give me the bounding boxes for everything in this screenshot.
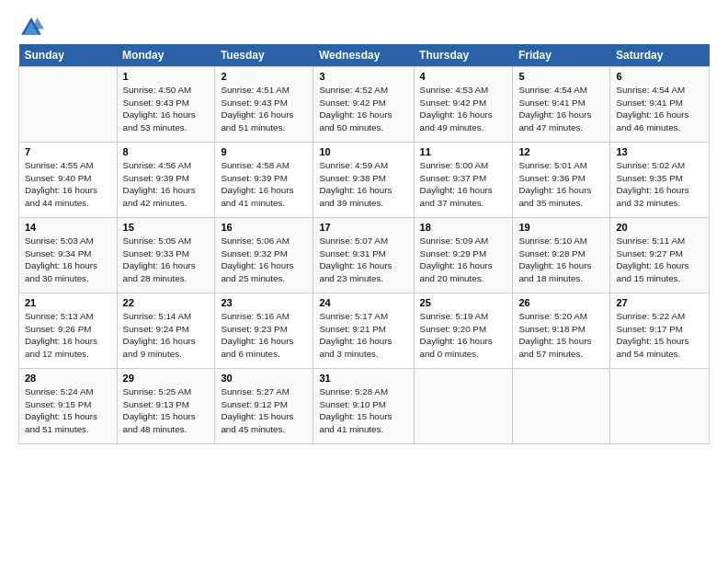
calendar-cell: 5Sunrise: 4:54 AM Sunset: 9:41 PM Daylig…	[513, 67, 610, 143]
calendar-cell: 18Sunrise: 5:09 AM Sunset: 9:29 PM Dayli…	[414, 218, 513, 293]
weekday-header: Monday	[117, 44, 215, 67]
day-number: 10	[319, 146, 407, 157]
day-number: 7	[25, 146, 111, 157]
day-number: 5	[518, 71, 604, 82]
calendar-cell	[414, 369, 513, 444]
day-info: Sunrise: 4:54 AM Sunset: 9:41 PM Dayligh…	[616, 84, 703, 134]
day-number: 13	[616, 146, 703, 157]
calendar-cell: 2Sunrise: 4:51 AM Sunset: 9:43 PM Daylig…	[215, 67, 313, 143]
day-number: 11	[420, 146, 507, 157]
weekday-header: Friday	[513, 44, 610, 67]
day-info: Sunrise: 5:02 AM Sunset: 9:35 PM Dayligh…	[616, 159, 703, 210]
day-number: 14	[25, 222, 111, 233]
day-number: 17	[319, 222, 407, 233]
calendar-cell: 11Sunrise: 5:00 AM Sunset: 9:37 PM Dayli…	[414, 143, 513, 218]
weekday-header: Wednesday	[313, 44, 414, 67]
calendar-cell	[513, 369, 610, 444]
calendar-cell: 23Sunrise: 5:16 AM Sunset: 9:23 PM Dayli…	[215, 293, 313, 369]
day-info: Sunrise: 5:13 AM Sunset: 9:26 PM Dayligh…	[25, 310, 111, 361]
calendar-cell: 9Sunrise: 4:58 AM Sunset: 9:39 PM Daylig…	[215, 143, 313, 218]
calendar-cell: 20Sunrise: 5:11 AM Sunset: 9:27 PM Dayli…	[610, 218, 710, 293]
day-number: 20	[616, 222, 703, 233]
calendar-week-row: 28Sunrise: 5:24 AM Sunset: 9:15 PM Dayli…	[19, 369, 710, 444]
day-info: Sunrise: 5:24 AM Sunset: 9:15 PM Dayligh…	[25, 385, 111, 436]
day-number: 15	[123, 222, 210, 233]
calendar-week-row: 21Sunrise: 5:13 AM Sunset: 9:26 PM Dayli…	[19, 293, 710, 369]
day-info: Sunrise: 5:17 AM Sunset: 9:21 PM Dayligh…	[319, 310, 407, 361]
calendar-cell: 29Sunrise: 5:25 AM Sunset: 9:13 PM Dayli…	[117, 369, 215, 444]
day-number: 27	[616, 297, 703, 308]
day-info: Sunrise: 5:27 AM Sunset: 9:12 PM Dayligh…	[221, 385, 307, 436]
day-info: Sunrise: 5:03 AM Sunset: 9:34 PM Dayligh…	[25, 235, 111, 285]
day-number: 18	[420, 222, 507, 233]
weekday-header: Tuesday	[215, 44, 313, 67]
calendar-week-row: 14Sunrise: 5:03 AM Sunset: 9:34 PM Dayli…	[19, 218, 710, 293]
day-number: 24	[319, 297, 407, 308]
calendar-cell: 12Sunrise: 5:01 AM Sunset: 9:36 PM Dayli…	[513, 143, 610, 218]
page-container: SundayMondayTuesdayWednesdayThursdayFrid…	[0, 0, 728, 454]
calendar-cell	[610, 369, 710, 444]
day-info: Sunrise: 4:56 AM Sunset: 9:39 PM Dayligh…	[123, 159, 210, 210]
day-info: Sunrise: 5:28 AM Sunset: 9:10 PM Dayligh…	[319, 385, 407, 436]
logo-icon	[18, 15, 44, 40]
calendar-week-row: 7Sunrise: 4:55 AM Sunset: 9:40 PM Daylig…	[19, 143, 710, 218]
day-info: Sunrise: 5:14 AM Sunset: 9:24 PM Dayligh…	[123, 310, 210, 361]
day-info: Sunrise: 5:06 AM Sunset: 9:32 PM Dayligh…	[221, 235, 307, 285]
day-number: 3	[319, 71, 407, 82]
day-info: Sunrise: 4:50 AM Sunset: 9:43 PM Dayligh…	[123, 84, 210, 134]
calendar-header: SundayMondayTuesdayWednesdayThursdayFrid…	[19, 44, 710, 67]
day-info: Sunrise: 5:22 AM Sunset: 9:17 PM Dayligh…	[616, 310, 703, 361]
calendar-cell: 25Sunrise: 5:19 AM Sunset: 9:20 PM Dayli…	[414, 293, 513, 369]
day-number: 29	[123, 373, 210, 384]
day-info: Sunrise: 5:00 AM Sunset: 9:37 PM Dayligh…	[420, 159, 507, 210]
day-info: Sunrise: 4:59 AM Sunset: 9:38 PM Dayligh…	[319, 159, 407, 210]
calendar-cell: 1Sunrise: 4:50 AM Sunset: 9:43 PM Daylig…	[117, 67, 215, 143]
day-info: Sunrise: 5:11 AM Sunset: 9:27 PM Dayligh…	[616, 235, 703, 285]
day-info: Sunrise: 5:20 AM Sunset: 9:18 PM Dayligh…	[518, 310, 604, 361]
day-info: Sunrise: 4:52 AM Sunset: 9:42 PM Dayligh…	[319, 84, 407, 134]
calendar-body: 1Sunrise: 4:50 AM Sunset: 9:43 PM Daylig…	[19, 67, 710, 444]
calendar-cell: 28Sunrise: 5:24 AM Sunset: 9:15 PM Dayli…	[19, 369, 118, 444]
day-info: Sunrise: 5:09 AM Sunset: 9:29 PM Dayligh…	[420, 235, 507, 285]
day-number: 4	[420, 71, 507, 82]
calendar-cell: 14Sunrise: 5:03 AM Sunset: 9:34 PM Dayli…	[19, 218, 118, 293]
day-info: Sunrise: 4:54 AM Sunset: 9:41 PM Dayligh…	[518, 84, 604, 134]
calendar-cell: 24Sunrise: 5:17 AM Sunset: 9:21 PM Dayli…	[313, 293, 414, 369]
calendar-table: SundayMondayTuesdayWednesdayThursdayFrid…	[18, 44, 710, 444]
calendar-cell: 17Sunrise: 5:07 AM Sunset: 9:31 PM Dayli…	[313, 218, 414, 293]
calendar-cell: 7Sunrise: 4:55 AM Sunset: 9:40 PM Daylig…	[19, 143, 118, 218]
day-number: 9	[221, 146, 307, 157]
day-info: Sunrise: 4:55 AM Sunset: 9:40 PM Dayligh…	[25, 159, 111, 210]
day-info: Sunrise: 4:51 AM Sunset: 9:43 PM Dayligh…	[221, 84, 307, 134]
day-info: Sunrise: 5:10 AM Sunset: 9:28 PM Dayligh…	[518, 235, 604, 285]
day-number: 8	[123, 146, 210, 157]
calendar-cell: 26Sunrise: 5:20 AM Sunset: 9:18 PM Dayli…	[513, 293, 610, 369]
calendar-cell: 10Sunrise: 4:59 AM Sunset: 9:38 PM Dayli…	[313, 143, 414, 218]
day-number: 30	[221, 373, 307, 384]
day-info: Sunrise: 5:16 AM Sunset: 9:23 PM Dayligh…	[221, 310, 307, 361]
day-info: Sunrise: 4:58 AM Sunset: 9:39 PM Dayligh…	[221, 159, 307, 210]
calendar-cell: 6Sunrise: 4:54 AM Sunset: 9:41 PM Daylig…	[610, 67, 710, 143]
weekday-header: Sunday	[19, 44, 118, 67]
calendar-cell: 3Sunrise: 4:52 AM Sunset: 9:42 PM Daylig…	[313, 67, 414, 143]
day-number: 22	[123, 297, 210, 308]
header-row: SundayMondayTuesdayWednesdayThursdayFrid…	[19, 44, 710, 67]
day-number: 2	[221, 71, 307, 82]
calendar-week-row: 1Sunrise: 4:50 AM Sunset: 9:43 PM Daylig…	[19, 67, 710, 143]
day-number: 28	[25, 373, 111, 384]
calendar-cell: 27Sunrise: 5:22 AM Sunset: 9:17 PM Dayli…	[610, 293, 710, 369]
logo	[18, 15, 48, 40]
day-info: Sunrise: 5:19 AM Sunset: 9:20 PM Dayligh…	[420, 310, 507, 361]
day-number: 19	[518, 222, 604, 233]
calendar-cell: 16Sunrise: 5:06 AM Sunset: 9:32 PM Dayli…	[215, 218, 313, 293]
calendar-cell: 4Sunrise: 4:53 AM Sunset: 9:42 PM Daylig…	[414, 67, 513, 143]
weekday-header: Thursday	[414, 44, 513, 67]
calendar-cell	[19, 67, 118, 143]
calendar-cell: 31Sunrise: 5:28 AM Sunset: 9:10 PM Dayli…	[313, 369, 414, 444]
day-info: Sunrise: 5:25 AM Sunset: 9:13 PM Dayligh…	[123, 385, 210, 436]
calendar-cell: 8Sunrise: 4:56 AM Sunset: 9:39 PM Daylig…	[117, 143, 215, 218]
weekday-header: Saturday	[610, 44, 710, 67]
calendar-cell: 22Sunrise: 5:14 AM Sunset: 9:24 PM Dayli…	[117, 293, 215, 369]
day-number: 25	[420, 297, 507, 308]
day-info: Sunrise: 5:05 AM Sunset: 9:33 PM Dayligh…	[123, 235, 210, 285]
